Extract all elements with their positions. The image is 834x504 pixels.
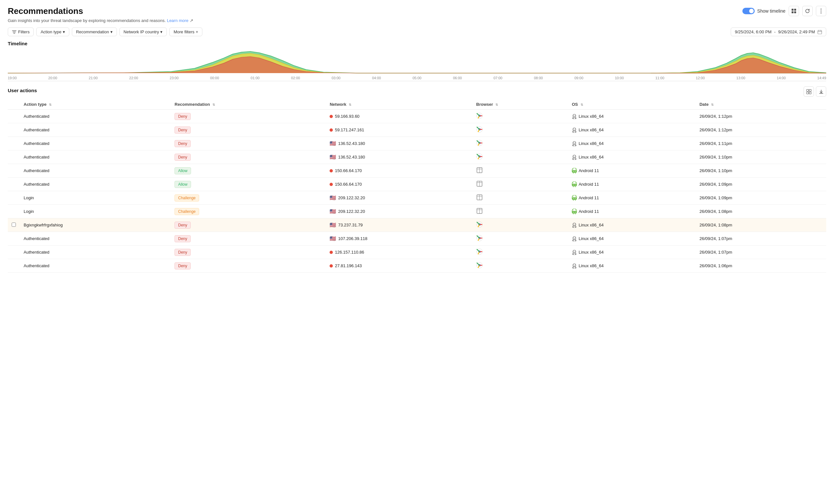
row-checkbox-cell bbox=[8, 151, 20, 164]
svg-point-16 bbox=[575, 115, 575, 116]
timeline-label: 13:00 bbox=[736, 76, 745, 80]
show-timeline-toggle[interactable]: Show timeline bbox=[742, 8, 786, 14]
more-filters-button[interactable]: More filters + bbox=[169, 27, 202, 36]
svg-point-69 bbox=[573, 264, 576, 267]
network-cell: 126.157.110.86 bbox=[326, 246, 472, 259]
recommendation-cell: Deny bbox=[171, 137, 326, 151]
recommendation-badge: Deny bbox=[175, 235, 191, 242]
timeline-label: 08:00 bbox=[534, 76, 543, 80]
chrome-icon bbox=[476, 221, 483, 228]
table-row[interactable]: AuthenticatedAllow150.66.64.170 Android … bbox=[8, 178, 826, 191]
os-label: Linux x86_64 bbox=[578, 114, 603, 119]
timeline-toggle-switch[interactable] bbox=[742, 8, 755, 14]
svg-point-46 bbox=[575, 198, 576, 199]
network-cell: 🇺🇸107.206.39.118 bbox=[326, 232, 472, 246]
recommendation-badge: Deny bbox=[175, 127, 191, 134]
ip-address: 209.122.32.20 bbox=[338, 209, 365, 214]
os-label: Linux x86_64 bbox=[578, 128, 603, 132]
action-type-filter[interactable]: Action type ▾ bbox=[36, 27, 69, 36]
timeline-label: 07:00 bbox=[493, 76, 503, 80]
svg-rect-9 bbox=[809, 89, 811, 91]
action-type-cell: Authenticated bbox=[20, 246, 171, 259]
refresh-button[interactable] bbox=[802, 6, 813, 16]
red-dot-indicator bbox=[330, 115, 333, 118]
svg-point-35 bbox=[573, 171, 574, 172]
action-type-cell: Authenticated bbox=[20, 123, 171, 137]
os-cell: Linux x86_64 bbox=[568, 259, 696, 273]
linux-icon bbox=[572, 236, 577, 242]
plus-icon: + bbox=[196, 29, 198, 34]
page-title: Recommendations bbox=[8, 6, 83, 16]
row-checkbox[interactable] bbox=[12, 223, 16, 227]
svg-rect-1 bbox=[794, 9, 796, 11]
os-label: Linux x86_64 bbox=[578, 223, 603, 227]
table-row[interactable]: AuthenticatedDeny59.166.93.60 Linux x86_… bbox=[8, 110, 826, 123]
row-checkbox-cell bbox=[8, 110, 20, 123]
download-button[interactable] bbox=[816, 86, 826, 97]
recommendation-cell: Allow bbox=[171, 164, 326, 178]
timeline-svg bbox=[8, 49, 826, 75]
browser-icon bbox=[476, 194, 483, 201]
action-type-cell: Authenticated bbox=[20, 164, 171, 178]
table-row[interactable]: AuthenticatedDeny🇺🇸136.52.43.180 Linux x… bbox=[8, 151, 826, 164]
svg-point-40 bbox=[573, 185, 574, 185]
recommendation-cell: Allow bbox=[171, 178, 326, 191]
timeline-label: 19:00 bbox=[8, 76, 17, 80]
recommendation-cell: Deny bbox=[171, 259, 326, 273]
linux-icon bbox=[572, 114, 577, 119]
header-controls: Show timeline bbox=[742, 6, 826, 16]
timeline-label: 04:00 bbox=[372, 76, 381, 80]
chrome-icon bbox=[476, 140, 483, 146]
os-cell: Linux x86_64 bbox=[568, 151, 696, 164]
table-row[interactable]: LoginChallenge🇺🇸209.122.32.20 Android 11… bbox=[8, 191, 826, 205]
calendar-icon bbox=[817, 30, 822, 34]
table-grid-button[interactable] bbox=[804, 86, 814, 97]
table-row[interactable]: LoginChallenge🇺🇸209.122.32.20 Android 11… bbox=[8, 205, 826, 219]
table-row[interactable]: AuthenticatedDeny59.171.247.161 Linux x8… bbox=[8, 123, 826, 137]
network-cell: 🇺🇸136.52.43.180 bbox=[326, 137, 472, 151]
os-label: Android 11 bbox=[578, 182, 599, 187]
android-icon bbox=[572, 195, 577, 201]
learn-more-link[interactable]: Learn more bbox=[167, 18, 188, 23]
table-body: AuthenticatedDeny59.166.93.60 Linux x86_… bbox=[8, 110, 826, 273]
linux-icon bbox=[572, 127, 577, 133]
svg-point-50 bbox=[573, 212, 574, 212]
svg-point-36 bbox=[575, 171, 576, 172]
network-ip-filter[interactable]: Network IP country ▾ bbox=[119, 27, 167, 36]
table-row[interactable]: AuthenticatedDeny27.81.196.143 Linux x86… bbox=[8, 259, 826, 273]
filters-button[interactable]: Filters bbox=[8, 27, 34, 36]
os-cell: Android 11 bbox=[568, 191, 696, 205]
col-recommendation: Recommendation ⇅ bbox=[171, 99, 326, 110]
browser-icon bbox=[476, 208, 483, 214]
table-row[interactable]: AuthenticatedAllow150.66.64.170 Android … bbox=[8, 164, 826, 178]
table-row[interactable]: AuthenticatedDeny126.157.110.86 Linux x8… bbox=[8, 246, 826, 259]
date-cell: 26/09/24, 1:08pm bbox=[696, 205, 826, 219]
date-range-picker[interactable]: 9/25/2024, 6:00 PM - 9/26/2024, 2:49 PM bbox=[731, 27, 826, 36]
os-label: Linux x86_64 bbox=[578, 155, 603, 159]
ip-address: 59.171.247.161 bbox=[335, 128, 364, 132]
android-icon bbox=[572, 182, 577, 187]
section-header: User actions bbox=[8, 86, 826, 97]
chevron-down-icon: ▾ bbox=[110, 29, 113, 34]
table-row[interactable]: AuthenticatedDeny🇺🇸136.52.43.180 Linux x… bbox=[8, 137, 826, 151]
country-flag: 🇺🇸 bbox=[330, 195, 336, 201]
date-cell: 26/09/24, 1:10pm bbox=[696, 164, 826, 178]
more-options-button[interactable] bbox=[816, 6, 826, 16]
chrome-icon bbox=[476, 113, 483, 119]
action-type-cell: Login bbox=[20, 205, 171, 219]
table-view-button[interactable] bbox=[789, 6, 799, 16]
table-row[interactable]: AuthenticatedDeny🇺🇸107.206.39.118 Linux … bbox=[8, 232, 826, 246]
recommendation-filter[interactable]: Recommendation ▾ bbox=[72, 27, 117, 36]
svg-point-14 bbox=[573, 114, 576, 117]
recommendation-cell: Deny bbox=[171, 123, 326, 137]
svg-point-25 bbox=[573, 142, 574, 143]
filter-icon bbox=[12, 30, 17, 34]
android-icon bbox=[572, 209, 577, 214]
browser-cell bbox=[473, 123, 568, 137]
svg-point-26 bbox=[575, 142, 575, 143]
timeline-label: 01:00 bbox=[250, 76, 260, 80]
network-cell: 🇺🇸73.237.31.79 bbox=[326, 219, 472, 232]
table-row[interactable]: BgixngkwfrfrgxfahiogDeny🇺🇸73.237.31.79 L… bbox=[8, 219, 826, 232]
recommendation-badge: Deny bbox=[175, 154, 191, 161]
svg-point-61 bbox=[575, 237, 575, 238]
